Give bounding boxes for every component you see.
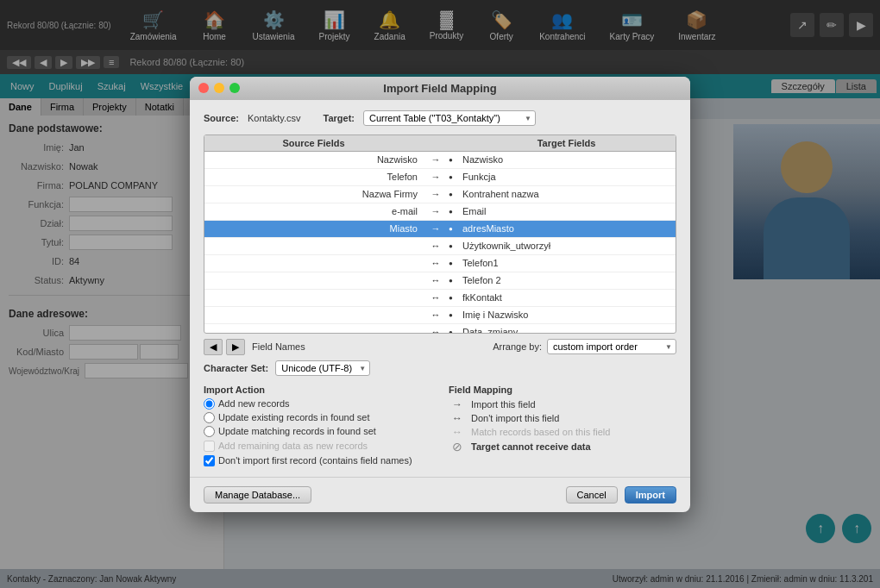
mapping-arrow-import: → bbox=[449, 398, 466, 410]
field-mapping-row[interactable]: ↔●fkKontakt bbox=[204, 290, 676, 307]
checkbox-add-remaining-label: Add remaining data as new records bbox=[218, 441, 368, 451]
field-mapping-row[interactable]: e-mail→●Email bbox=[204, 203, 676, 221]
field-src-name: Miasto bbox=[204, 222, 423, 235]
arrange-select-wrap: custom import order bbox=[547, 339, 676, 354]
import-action: Import Action Add new records Update exi… bbox=[204, 385, 431, 466]
field-dot-icon: ● bbox=[449, 173, 457, 181]
radio-update-matching-input[interactable] bbox=[204, 426, 215, 437]
field-dot-icon: ● bbox=[449, 294, 457, 302]
field-dot-icon: ● bbox=[449, 225, 457, 233]
field-src-name bbox=[204, 296, 423, 299]
field-src-name bbox=[204, 278, 423, 282]
import-btn[interactable]: Import bbox=[625, 486, 676, 504]
field-tgt-name: Data_zmiany bbox=[457, 325, 676, 333]
field-names-label: Field Names bbox=[252, 341, 305, 352]
field-src-name: Telefon bbox=[204, 170, 423, 184]
mapping-item-match: ↔ Match records based on this field bbox=[449, 426, 676, 438]
field-tgt-name: fkKontakt bbox=[457, 291, 676, 304]
radio-update-found: Update existing records in found set bbox=[204, 412, 431, 423]
field-src-name bbox=[204, 330, 423, 333]
field-src-name: Nazwisko bbox=[204, 153, 423, 166]
radio-update-found-input[interactable] bbox=[204, 412, 215, 423]
field-mapping-row[interactable]: Nazwisko→●Nazwisko bbox=[204, 152, 676, 169]
field-dot-icon: ● bbox=[449, 156, 457, 164]
field-dot-icon: ● bbox=[449, 208, 457, 216]
field-dot-icon: ● bbox=[449, 277, 457, 285]
field-mapping-row[interactable]: ↔●Telefon 2 bbox=[204, 272, 676, 290]
field-arrow-icon: → bbox=[423, 154, 449, 165]
mapping-arrow-dont: ↔ bbox=[449, 412, 466, 424]
radio-add-new-input[interactable] bbox=[204, 398, 215, 410]
field-table-body: Nazwisko→●NazwiskoTelefon→●FunkcjaNazwa … bbox=[204, 152, 676, 333]
field-tgt-name: Nazwisko bbox=[457, 153, 676, 166]
checkbox-dont-import-first-input[interactable] bbox=[204, 455, 215, 466]
nav-left-btn[interactable]: ◀ bbox=[204, 339, 223, 355]
mapping-item-error: ⊘ Target cannot receive data bbox=[449, 440, 676, 454]
field-mapping-row[interactable]: Miasto→●adresMiasto bbox=[204, 221, 676, 238]
charset-label: Character Set: bbox=[204, 363, 268, 373]
charset-select-wrap: Unicode (UTF-8) bbox=[275, 360, 370, 376]
field-dot-icon: ● bbox=[449, 242, 457, 250]
field-tgt-name: Telefon1 bbox=[457, 256, 676, 270]
field-mapping-row[interactable]: ↔●Telefon1 bbox=[204, 255, 676, 272]
target-label: Target: bbox=[324, 113, 355, 123]
checkbox-dont-import-first: Don't import first record (contains fiel… bbox=[204, 455, 431, 466]
mapping-item-dont: ↔ Don't import this field bbox=[449, 412, 676, 424]
manage-database-btn[interactable]: Manage Database... bbox=[204, 486, 311, 504]
field-arrow-icon: → bbox=[423, 223, 449, 234]
field-mapping-title: Field Mapping bbox=[449, 385, 676, 395]
charset-select[interactable]: Unicode (UTF-8) bbox=[275, 360, 370, 376]
checkbox-dont-import-first-label: Don't import first record (contains fiel… bbox=[218, 455, 412, 466]
field-mapping-row[interactable]: ↔●Użytkownik_utworzył bbox=[204, 238, 676, 255]
field-tgt-name: Funkcja bbox=[457, 170, 676, 184]
arrange-select[interactable]: custom import order bbox=[547, 339, 676, 354]
field-src-name bbox=[204, 244, 423, 247]
field-dot-icon: ● bbox=[449, 260, 457, 267]
field-arrow-icon: → bbox=[423, 172, 449, 182]
field-mapping-row[interactable]: ↔●Data_zmiany bbox=[204, 324, 676, 333]
source-label: Source: bbox=[204, 113, 239, 123]
field-dot-icon: ● bbox=[449, 328, 457, 333]
target-fields-header: Target Fields bbox=[457, 135, 676, 151]
checkbox-add-remaining-input[interactable] bbox=[204, 441, 215, 452]
field-arrow-icon: ↔ bbox=[423, 292, 449, 303]
field-mapping-row[interactable]: ↔●Imię i Nazwisko bbox=[204, 307, 676, 324]
modal-maximize-btn[interactable] bbox=[229, 83, 240, 93]
field-src-name: Nazwa Firmy bbox=[204, 187, 423, 201]
field-mapping-row[interactable]: Telefon→●Funkcja bbox=[204, 169, 676, 186]
field-arrow-icon: → bbox=[423, 189, 449, 199]
target-select-wrap: Current Table ("T03_Kontakty") bbox=[363, 110, 536, 126]
nav-right-btn[interactable]: ▶ bbox=[226, 339, 245, 355]
radio-update-matching: Update matching records in found set bbox=[204, 426, 431, 437]
radio-add-new: Add new records bbox=[204, 398, 431, 410]
field-mapping-table: Source Fields Target Fields Nazwisko→●Na… bbox=[204, 134, 676, 334]
field-src-name: e-mail bbox=[204, 204, 423, 218]
field-arrow-icon: ↔ bbox=[423, 275, 449, 285]
mapping-text-error: Target cannot receive data bbox=[471, 441, 591, 452]
field-mapping-row[interactable]: Nazwa Firmy→●Kontrahent nazwa bbox=[204, 186, 676, 203]
field-tgt-name: Imię i Nazwisko bbox=[457, 308, 676, 322]
source-value: Kontakty.csv bbox=[248, 113, 301, 123]
cancel-btn[interactable]: Cancel bbox=[566, 486, 618, 504]
modal-body: Source: Kontakty.csv Target: Current Tab… bbox=[190, 100, 690, 477]
import-field-mapping-modal: Import Field Mapping Source: Kontakty.cs… bbox=[190, 77, 690, 512]
mapping-text-match: Match records based on this field bbox=[471, 427, 610, 437]
modal-close-btn[interactable] bbox=[198, 83, 209, 93]
field-tgt-name: Email bbox=[457, 204, 676, 218]
field-arrow-icon: → bbox=[423, 206, 449, 216]
modal-minimize-btn[interactable] bbox=[214, 83, 224, 93]
target-select[interactable]: Current Table ("T03_Kontakty") bbox=[363, 110, 536, 126]
field-tgt-name: Użytkownik_utworzył bbox=[457, 239, 676, 253]
mapping-icon-error: ⊘ bbox=[449, 440, 466, 454]
source-fields-header: Source Fields bbox=[204, 135, 423, 151]
field-table-header: Source Fields Target Fields bbox=[204, 135, 676, 152]
import-action-section: Import Action Add new records Update exi… bbox=[204, 385, 676, 466]
field-tgt-name: Kontrahent nazwa bbox=[457, 187, 676, 201]
field-tgt-name: adresMiasto bbox=[457, 222, 676, 235]
checkbox-add-remaining: Add remaining data as new records bbox=[204, 441, 431, 452]
radio-update-matching-label: Update matching records in found set bbox=[218, 426, 376, 436]
field-arrow-icon: ↔ bbox=[423, 327, 449, 333]
field-src-name bbox=[204, 261, 423, 265]
field-dot-icon: ● bbox=[449, 311, 457, 319]
field-src-name bbox=[204, 313, 423, 316]
